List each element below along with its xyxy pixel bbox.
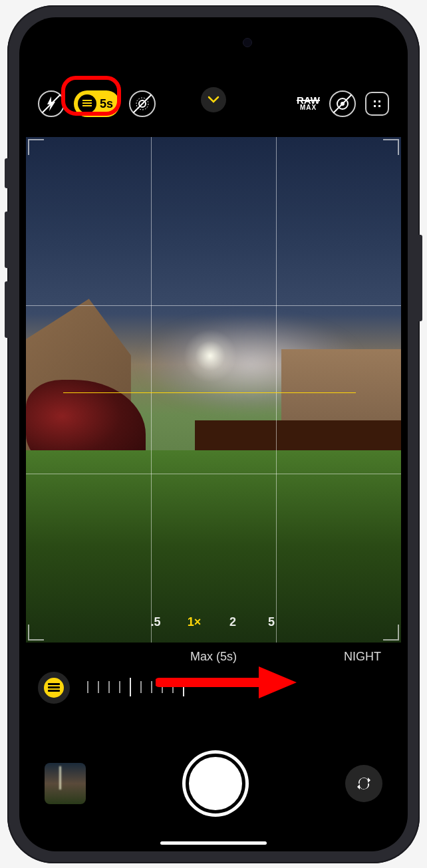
grid-line	[26, 474, 401, 474]
slider-tick	[172, 681, 174, 693]
night-mode-icon	[44, 678, 64, 698]
home-indicator[interactable]	[160, 841, 267, 845]
volume-up-button	[5, 212, 9, 268]
grid-line	[26, 305, 401, 306]
exposure-slider[interactable]	[87, 674, 381, 700]
night-mode-panel: Max (5s) NIGHT	[19, 646, 408, 719]
zoom-option-0.5x[interactable]: .5	[146, 615, 166, 629]
zoom-option-1x[interactable]: 1×	[184, 615, 204, 629]
svg-rect-6	[374, 105, 376, 107]
grid-line	[276, 137, 277, 643]
flash-toggle[interactable]	[38, 90, 65, 117]
svg-point-3	[341, 102, 345, 106]
viewfinder-corner	[28, 139, 44, 155]
zoom-option-2x[interactable]: 2	[223, 615, 243, 629]
flip-camera-button[interactable]	[345, 765, 382, 802]
svg-rect-7	[378, 105, 380, 107]
night-mode-duration: 5s	[100, 97, 113, 111]
svg-point-1	[136, 98, 148, 110]
slider-tick-major	[183, 678, 184, 696]
silent-switch	[5, 158, 9, 188]
viewfinder-corner	[28, 625, 44, 641]
slider-tick	[98, 681, 99, 693]
svg-rect-5	[378, 100, 380, 102]
live-photo-toggle[interactable]	[129, 90, 156, 117]
front-camera-dot	[243, 38, 252, 47]
camera-bottom-controls	[19, 744, 408, 823]
zoom-option-5x[interactable]: 5	[261, 615, 281, 629]
preview-grass	[26, 450, 401, 643]
slider-tick	[119, 681, 120, 693]
slider-tick	[140, 681, 142, 693]
photographic-styles-toggle[interactable]	[329, 90, 356, 117]
viewfinder-corner	[383, 625, 399, 641]
raw-sub-text: MAX	[297, 105, 320, 111]
flip-camera-icon	[355, 774, 373, 793]
svg-point-0	[139, 100, 146, 107]
slider-tick	[87, 681, 88, 693]
svg-rect-4	[374, 100, 376, 102]
shutter-button[interactable]	[186, 754, 245, 813]
night-duration-label: Max (5s)	[190, 650, 237, 664]
grid-line	[151, 137, 152, 643]
svg-point-2	[337, 98, 348, 109]
night-mode-button[interactable]	[38, 672, 70, 704]
slider-tick-major	[130, 678, 131, 696]
screen: 5s RAW MAX	[19, 17, 408, 851]
photo-library-thumbnail[interactable]	[45, 763, 86, 804]
camera-mode-label: NIGHT	[344, 650, 381, 664]
phone-device-frame: 5s RAW MAX	[7, 5, 420, 863]
dynamic-island	[167, 29, 260, 56]
preview-moon	[184, 329, 237, 382]
raw-format-toggle[interactable]: RAW MAX	[297, 96, 320, 110]
viewfinder-corner	[383, 139, 399, 155]
camera-top-controls: 5s RAW MAX	[19, 84, 408, 124]
zoom-controls: .5 1× 2 5	[146, 615, 281, 629]
level-indicator	[63, 392, 356, 393]
action-mode-toggle[interactable]	[365, 92, 389, 116]
slider-tick	[108, 681, 110, 693]
slider-tick	[162, 681, 163, 693]
night-mode-icon	[78, 94, 96, 113]
slider-tick	[151, 681, 152, 693]
volume-down-button	[5, 281, 9, 338]
camera-viewfinder[interactable]: .5 1× 2 5	[26, 137, 401, 643]
power-button	[418, 235, 422, 321]
night-mode-indicator[interactable]: 5s	[74, 90, 120, 117]
